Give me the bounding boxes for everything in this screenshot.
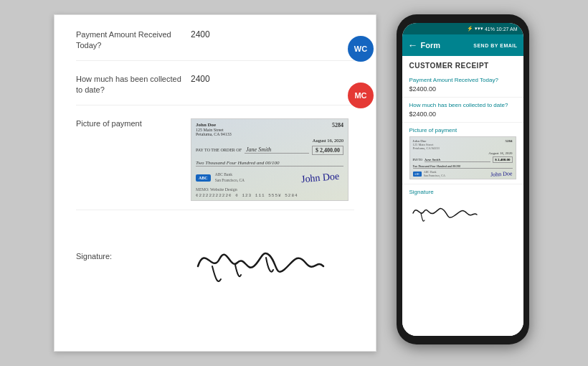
receipt-title: CUSTOMER RECEIPT — [402, 56, 523, 72]
phone-field-payment: Payment Amount Received Today? $2400.00 — [402, 72, 523, 98]
check-payer-name: John Doe — [196, 122, 232, 128]
check-image-container: John Doe 125 Main Street Petaluma, CA 94… — [191, 118, 348, 201]
document-panel: Payment Amount Received Today? 2400 How … — [54, 14, 376, 352]
payment-amount-label: Payment Amount Received Today? — [76, 29, 191, 52]
phone-field-payment-value: $2400.00 — [409, 85, 516, 93]
check-header: John Doe 125 Main Street Petaluma, CA 94… — [191, 119, 348, 138]
check-bank-area: ABC ABC Bank San Francisco, CA John Doe — [191, 169, 348, 187]
signature-svg — [191, 230, 334, 288]
check-routing: ¢222222222¢ ¢ 123 111 555¥ 5284 — [191, 192, 348, 200]
form-header-title: Form — [421, 41, 441, 50]
phone-check-preview: John Doe 5284 125 Main Street Petaluma, … — [409, 136, 516, 179]
phone-field-collected-label: How much has been collected to date? — [409, 102, 516, 108]
wifi-icon: ▾▾▾ — [475, 26, 483, 32]
phone-content[interactable]: Payment Amount Received Today? $2400.00 … — [402, 72, 523, 336]
avatar-mc: MC — [348, 83, 374, 108]
back-button[interactable]: ← — [408, 39, 418, 51]
bluetooth-icon: ⚡ — [467, 26, 473, 32]
check-written-amount: Two Thousand Four Hundred and 00/100 — [196, 160, 343, 166]
bank-info: ABC Bank San Francisco, CA — [215, 172, 245, 182]
phone-signature-area: Signature — [402, 184, 523, 233]
check-number: 5284 — [332, 122, 343, 136]
phone-field-payment-label: Payment Amount Received Today? — [409, 77, 516, 83]
form-header: ← Form SEND BY EMAIL — [402, 34, 523, 56]
check-payee: Jane Smith — [245, 146, 309, 154]
collected-date-label: How much has been collected to date? — [76, 74, 191, 96]
outer-container: Payment Amount Received Today? 2400 How … — [0, 0, 588, 366]
check-signature-container: John Doe — [297, 171, 343, 185]
phone-signature-label: Signature — [409, 189, 516, 195]
send-email-button[interactable]: SEND BY EMAIL — [473, 43, 517, 48]
form-header-left: ← Form — [408, 39, 441, 51]
phone-field-picture: Picture of payment John Doe 5284 125 Mai… — [402, 123, 523, 184]
check-pay-line: PAY TO THE ORDER OF Jane Smith $ 2,400.0… — [191, 143, 348, 158]
signature-area — [191, 230, 334, 291]
phone-field-collected: How much has been collected to date? $24… — [402, 98, 523, 123]
bank-logo: ABC — [196, 174, 211, 182]
phone-screen: ⚡ ▾▾▾ 41% 10:27 AM ← Form SEND BY EMAIL … — [402, 23, 523, 336]
time-display: 10:27 AM — [496, 27, 518, 32]
status-bar: ⚡ ▾▾▾ 41% 10:27 AM — [402, 23, 523, 34]
check-payer-city: Petaluma, CA 94133 — [196, 132, 232, 136]
payment-amount-row: Payment Amount Received Today? 2400 — [76, 29, 354, 61]
collected-date-value: 2400 — [191, 74, 210, 84]
payment-picture-row: Picture of payment John Doe 125 Main Str… — [76, 118, 354, 210]
battery-icon: 41% — [485, 27, 495, 32]
signature-label: Signature: — [76, 251, 191, 262]
status-icons: ⚡ ▾▾▾ 41% 10:27 AM — [467, 26, 518, 32]
check-signature: John Doe — [300, 170, 339, 185]
phone-container: WC MC ⚡ ▾▾▾ 41% 10:27 AM ← — [391, 14, 534, 352]
phone-device: ⚡ ▾▾▾ 41% 10:27 AM ← Form SEND BY EMAIL … — [397, 14, 529, 344]
payment-amount-value: 2400 — [191, 29, 210, 39]
check-image: John Doe 125 Main Street Petaluma, CA 94… — [191, 118, 348, 201]
check-date: August 16, 2020 — [191, 138, 348, 143]
collected-date-row: How much has been collected to date? 240… — [76, 74, 354, 105]
phone-field-picture-label: Picture of payment — [409, 127, 516, 133]
check-amount-numeric: $ 2,400.00 — [312, 146, 343, 155]
signature-row: Signature: — [76, 223, 354, 299]
phone-signature-svg — [409, 197, 481, 226]
avatar-wc: WC — [348, 36, 374, 62]
payment-picture-label: Picture of payment — [76, 118, 191, 129]
phone-field-collected-value: $2400.00 — [409, 111, 516, 118]
